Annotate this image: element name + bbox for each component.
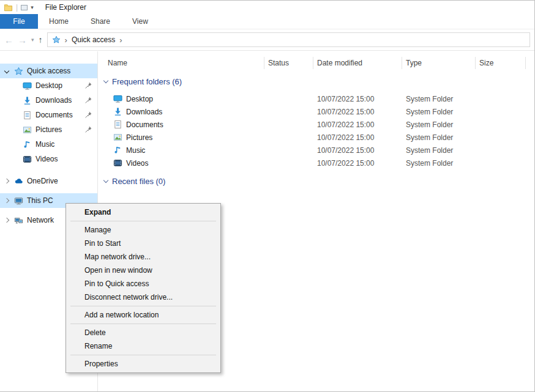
pictures-icon — [22, 125, 32, 135]
file-date-modified: 10/07/2022 15:00 — [313, 120, 402, 129]
forward-button-icon[interactable]: → — [18, 35, 27, 45]
column-header-name[interactable]: Name — [104, 57, 264, 69]
documents-icon — [22, 110, 32, 120]
sidebar-item-label: Desktop — [36, 81, 62, 90]
sidebar-item-pictures[interactable]: Pictures — [0, 122, 97, 137]
table-row[interactable]: Desktop 10/07/2022 15:00 System Folder — [98, 92, 534, 105]
sidebar-item-label: Pictures — [36, 125, 62, 134]
pin-icon — [84, 96, 92, 104]
explorer-folder-icon — [3, 2, 13, 12]
pin-icon — [84, 125, 92, 133]
tab-file[interactable]: File — [0, 14, 38, 29]
navigation-bar: ← → ▾ ↑ › Quick access › — [0, 29, 534, 51]
file-date-modified: 10/07/2022 15:00 — [313, 159, 402, 168]
column-header-status[interactable]: Status — [264, 57, 313, 69]
table-row[interactable]: Pictures 10/07/2022 15:00 System Folder — [98, 131, 534, 144]
breadcrumb-chevron-icon[interactable]: › — [65, 36, 67, 44]
file-type: System Folder — [402, 159, 476, 168]
file-name: Videos — [126, 159, 148, 168]
chevron-right-icon[interactable] — [4, 179, 9, 183]
quick-access-star-icon — [13, 66, 23, 76]
table-row[interactable]: Documents 10/07/2022 15:00 System Folder — [98, 118, 534, 131]
file-type: System Folder — [402, 146, 476, 155]
file-name: Desktop — [126, 95, 153, 103]
downloads-icon — [22, 95, 32, 105]
videos-icon — [113, 158, 122, 168]
sidebar-item-quick-access[interactable]: Quick access — [0, 64, 97, 78]
table-row[interactable]: Downloads 10/07/2022 15:00 System Folder — [98, 105, 534, 118]
sidebar-item-label: OneDrive — [27, 177, 58, 185]
back-button-icon[interactable]: ← — [4, 35, 13, 45]
menu-item-rename[interactable]: Rename — [66, 339, 220, 353]
file-date-modified: 10/07/2022 15:00 — [313, 95, 402, 103]
chevron-down-icon[interactable] — [103, 178, 108, 183]
chevron-down-icon[interactable] — [4, 68, 9, 73]
sidebar-item-label: This PC — [27, 196, 53, 205]
menu-item-pin-to-start[interactable]: Pin to Start — [66, 237, 220, 250]
group-header-recent-files[interactable]: Recent files (0) — [104, 177, 534, 186]
file-type: System Folder — [402, 108, 476, 116]
table-row[interactable]: Videos 10/07/2022 15:00 System Folder — [98, 157, 534, 169]
menu-separator — [70, 306, 216, 306]
chevron-down-icon[interactable] — [103, 78, 108, 83]
sidebar-item-music[interactable]: Music — [0, 137, 97, 152]
sidebar-item-onedrive[interactable]: OneDrive — [0, 174, 97, 188]
address-bar[interactable]: › Quick access › — [47, 32, 530, 47]
chevron-right-icon[interactable] — [4, 198, 9, 203]
onedrive-cloud-icon — [13, 176, 23, 186]
file-type: System Folder — [402, 120, 476, 129]
quick-access-star-icon — [52, 35, 61, 44]
file-name: Documents — [126, 120, 163, 129]
pin-icon — [84, 81, 92, 89]
menu-separator — [70, 355, 216, 355]
up-button-icon[interactable]: ↑ — [39, 35, 43, 44]
menu-separator — [70, 221, 216, 221]
pictures-icon — [113, 133, 122, 142]
tab-home[interactable]: Home — [38, 14, 80, 29]
menu-item-expand[interactable]: Expand — [66, 205, 220, 219]
menu-item-disconnect-network-drive[interactable]: Disconnect network drive... — [66, 290, 220, 304]
chevron-right-icon[interactable] — [4, 218, 9, 223]
group-header-frequent-folders[interactable]: Frequent folders (6) — [104, 77, 534, 86]
ribbon-tab-bar: File Home Share View — [0, 14, 534, 29]
this-pc-icon — [13, 196, 23, 205]
group-header-label: Recent files (0) — [112, 177, 165, 186]
column-header-date-modified[interactable]: Date modified — [313, 57, 402, 69]
sidebar-item-desktop[interactable]: Desktop — [0, 78, 97, 93]
recent-locations-caret-icon[interactable]: ▾ — [31, 37, 34, 43]
documents-icon — [113, 120, 122, 130]
music-icon — [22, 139, 32, 149]
column-headers: Name Status Date modified Type Size — [104, 55, 534, 71]
breadcrumb-chevron-icon[interactable]: › — [119, 36, 122, 44]
qat-button-icon[interactable] — [21, 5, 28, 10]
network-icon — [13, 215, 23, 225]
sidebar-item-label: Quick access — [27, 67, 70, 75]
menu-item-map-network-drive[interactable]: Map network drive... — [66, 250, 220, 264]
qat-separator: | — [16, 3, 18, 12]
tab-view[interactable]: View — [121, 14, 159, 29]
sidebar-item-videos[interactable]: Videos — [0, 152, 97, 166]
file-type: System Folder — [402, 133, 476, 142]
window-title: File Explorer — [45, 3, 86, 12]
pin-icon — [84, 111, 92, 119]
table-row[interactable]: Music 10/07/2022 15:00 System Folder — [98, 144, 534, 157]
downloads-icon — [113, 107, 122, 117]
qat-customize-caret-icon[interactable]: ▾ — [31, 4, 34, 10]
breadcrumb-quick-access[interactable]: Quick access — [72, 35, 115, 44]
menu-item-open-in-new-window[interactable]: Open in new window — [66, 264, 220, 277]
column-header-type[interactable]: Type — [402, 57, 476, 69]
file-name: Pictures — [126, 133, 152, 142]
menu-item-pin-to-quick-access[interactable]: Pin to Quick access — [66, 277, 220, 290]
sidebar-item-label: Music — [36, 140, 54, 149]
sidebar-item-downloads[interactable]: Downloads — [0, 93, 97, 108]
column-header-size[interactable]: Size — [476, 57, 526, 69]
sidebar-item-label: Network — [27, 216, 54, 224]
menu-item-delete[interactable]: Delete — [66, 326, 220, 339]
tab-share[interactable]: Share — [80, 14, 121, 29]
sidebar-item-documents[interactable]: Documents — [0, 108, 97, 122]
sidebar-item-label: Downloads — [36, 96, 72, 105]
menu-item-add-network-location[interactable]: Add a network location — [66, 308, 220, 322]
menu-item-properties[interactable]: Properties — [66, 357, 220, 371]
menu-item-manage[interactable]: Manage — [66, 223, 220, 237]
file-name: Downloads — [126, 108, 162, 116]
